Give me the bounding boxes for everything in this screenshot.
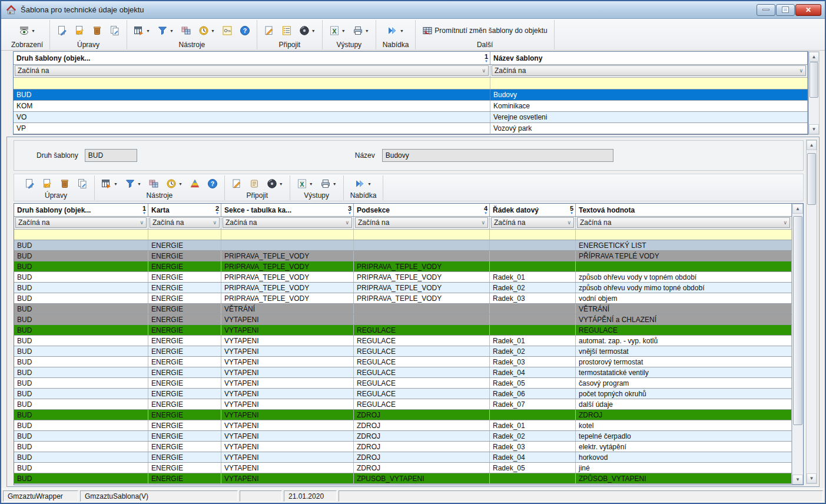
filter-operator-dropdown[interactable]: Začíná na∨	[150, 217, 220, 228]
chevrons-button[interactable]: ▼	[387, 25, 404, 36]
column-header-dek-datov[interactable]: Řádek datový5▼	[490, 204, 576, 216]
table-row[interactable]: BUDENERGIEPRIPRAVA_TEPLE_VODYPRIPRAVA_TE…	[14, 272, 792, 283]
excel-button[interactable]: X▼	[329, 25, 346, 36]
filter-input[interactable]	[490, 78, 808, 89]
table-row[interactable]: BUDENERGIEVĚTRÁNÍVĚTRÁNÍ	[14, 304, 792, 314]
scrollbar-track[interactable]	[809, 62, 819, 124]
edit-doc-button[interactable]	[42, 178, 52, 189]
scrollbar-thumb[interactable]	[810, 62, 818, 98]
checklist-button[interactable]	[281, 25, 292, 36]
minimize-button[interactable]	[757, 4, 775, 16]
scroll-down-arrow-icon[interactable]: ▼	[792, 475, 803, 485]
chevron-down-icon[interactable]: ▼	[341, 29, 346, 33]
chevron-down-icon[interactable]: ▼	[367, 182, 371, 186]
filter-input[interactable]	[14, 78, 490, 89]
close-button[interactable]: ✕	[795, 4, 821, 16]
table-row[interactable]: BUDENERGIEVYTAPENIZDROJRadek_02tepelné č…	[14, 431, 792, 442]
vertical-scrollbar[interactable]: ▲▼	[792, 204, 803, 485]
column-header-textov-hodnota[interactable]: Textová hodnota	[576, 204, 792, 216]
druh-sablony-field[interactable]: BUD	[85, 149, 137, 162]
disc-button[interactable]: ▼	[299, 25, 316, 36]
table-row[interactable]: BUDENERGIEVYTAPENIZDROJRadek_04horkovod	[14, 452, 792, 463]
column-header-sekce-tabulka-ka[interactable]: Sekce - tabulka ka...3▼	[221, 204, 354, 216]
filter-input[interactable]	[221, 230, 354, 240]
column-header-n-zev-ablony[interactable]: Název šablony	[490, 52, 808, 64]
filter-operator-dropdown[interactable]: Začíná na∨	[355, 217, 488, 228]
printer-button[interactable]: ▼	[320, 178, 337, 189]
export-grid-button[interactable]	[181, 25, 191, 36]
new-doc-button[interactable]	[57, 25, 67, 36]
help-button[interactable]: ?	[207, 178, 218, 189]
chevron-down-icon[interactable]: ▼	[279, 182, 283, 186]
table-row[interactable]: BUDENERGIEVYTAPENIREGULACEREGULACE	[14, 325, 792, 336]
table-row[interactable]: BUDENERGIEVYTAPENIZDROJZDROJ	[14, 410, 792, 420]
table-row[interactable]: BUDENERGIEVYTAPENIREGULACERadek_04termos…	[14, 367, 792, 378]
scroll-down-arrow-icon[interactable]: ▼	[809, 124, 819, 134]
filter-input[interactable]	[354, 230, 490, 240]
grid-columns-button[interactable]: ▼	[101, 178, 118, 189]
chevron-down-icon[interactable]: ▼	[137, 182, 141, 186]
table-row[interactable]: BUDENERGIEVYTAPENIZPUSOB_VYTAPENIZPŮSOB_…	[14, 473, 792, 484]
table-row[interactable]: BUDBudovy	[14, 89, 808, 101]
chevron-down-icon[interactable]: ▼	[309, 182, 313, 186]
filter-input[interactable]	[148, 230, 221, 240]
table-row[interactable]: BUDENERGIEVYTAPENIREGULACERadek_02vnější…	[14, 346, 792, 357]
scroll-button[interactable]	[249, 178, 260, 189]
table-row[interactable]: BUDENERGIEVYTAPENIREGULACERadek_06počet …	[14, 389, 792, 399]
scrollbar-thumb[interactable]	[793, 216, 802, 425]
scroll-up-arrow-icon[interactable]: ▲	[809, 52, 819, 62]
filter-button[interactable]: ▼	[125, 178, 141, 189]
disc-button[interactable]: ▼	[267, 178, 283, 189]
table-row[interactable]: BUDENERGIEVYTAPENIVYTÁPĚNÍ a CHLAZENÍ	[14, 314, 792, 325]
eye-button[interactable]: ▼	[19, 25, 35, 36]
chevron-down-icon[interactable]: ▼	[400, 29, 404, 33]
filter-input[interactable]	[14, 230, 148, 240]
excel-button[interactable]: X▼	[297, 178, 313, 189]
copy-doc-button[interactable]	[110, 25, 120, 36]
apply-table-button[interactable]: Promítnutí změn šablony do objektu	[422, 25, 547, 36]
table-row[interactable]: BUDENERGIEVYTAPENIZDROJRadek_05jiné	[14, 463, 792, 473]
chevron-down-icon[interactable]: ▼	[146, 29, 150, 33]
key-button[interactable]	[222, 25, 233, 36]
chevron-down-icon[interactable]: ▼	[311, 29, 316, 33]
filter-operator-dropdown[interactable]: Začíná na∨	[15, 217, 147, 228]
vertical-scrollbar[interactable]: ▲▼	[808, 51, 820, 135]
scrollbar-track[interactable]	[807, 150, 817, 473]
table-row[interactable]: BUDENERGIEVYTAPENIZDROJRadek_01kotel	[14, 420, 792, 431]
table-row[interactable]: BUDENERGIEENERGETICKÝ LIST	[14, 240, 792, 251]
export-grid-button[interactable]	[148, 178, 159, 189]
filter-button[interactable]: ▼	[157, 25, 174, 36]
filter-input[interactable]	[490, 230, 576, 240]
filter-operator-dropdown[interactable]: Začíná na∨	[577, 217, 790, 228]
delete-button[interactable]	[92, 25, 102, 36]
chevron-down-icon[interactable]: ▼	[114, 182, 118, 186]
chevron-down-icon[interactable]: ▼	[365, 29, 369, 33]
chevron-down-icon[interactable]: ▼	[31, 29, 35, 33]
printer-button[interactable]: ▼	[353, 25, 369, 36]
help-button[interactable]: ?	[240, 25, 250, 36]
filter-operator-dropdown[interactable]: Začíná na∨	[15, 65, 489, 76]
chevron-down-icon[interactable]: ▼	[211, 29, 215, 33]
column-header-druh-ablony-objek[interactable]: Druh šablony (objek...1▼	[14, 204, 148, 216]
clock-button[interactable]: ▼	[198, 25, 215, 36]
table-row[interactable]: BUDENERGIEPRIPRAVA_TEPLE_VODYPRIPRAVA_TE…	[14, 261, 792, 272]
maximize-button[interactable]	[776, 4, 795, 16]
table-row[interactable]: BUDENERGIEPRIPRAVA_TEPLE_VODYPRIPRAVA_TE…	[14, 283, 792, 293]
table-row[interactable]: BUDENERGIEPRIPRAVA_TEPLE_VODYPRIPRAVA_TE…	[14, 293, 792, 304]
grid-columns-button[interactable]: ▼	[134, 25, 150, 36]
vertical-scrollbar[interactable]: ▲▼	[806, 140, 817, 484]
scrollbar-track[interactable]	[792, 214, 803, 475]
chevrons-button[interactable]: ▼	[355, 178, 371, 189]
filter-input[interactable]	[576, 230, 792, 240]
copy-doc-button[interactable]	[77, 178, 88, 189]
filter-operator-dropdown[interactable]: Začíná na∨	[223, 217, 352, 228]
table-row[interactable]: BUDENERGIEPRIPRAVA_TEPLE_VODYPŘÍPRAVA TE…	[14, 251, 792, 261]
clock-button[interactable]: ▼	[166, 178, 183, 189]
table-row[interactable]: VPVozový park	[14, 123, 808, 134]
table-row[interactable]: BUDENERGIEVYTAPENIREGULACERadek_05časový…	[14, 378, 792, 389]
table-row[interactable]: BUDENERGIEVYTAPENIREGULACERadek_07další …	[14, 399, 792, 410]
column-header-druh-ablony-objek[interactable]: Druh šablony (objek...1▼	[14, 52, 490, 64]
column-header-podsekce[interactable]: Podsekce4▼	[354, 204, 490, 216]
scroll-down-arrow-icon[interactable]: ▼	[807, 473, 817, 483]
nazev-field[interactable]: Budovy	[382, 149, 613, 162]
